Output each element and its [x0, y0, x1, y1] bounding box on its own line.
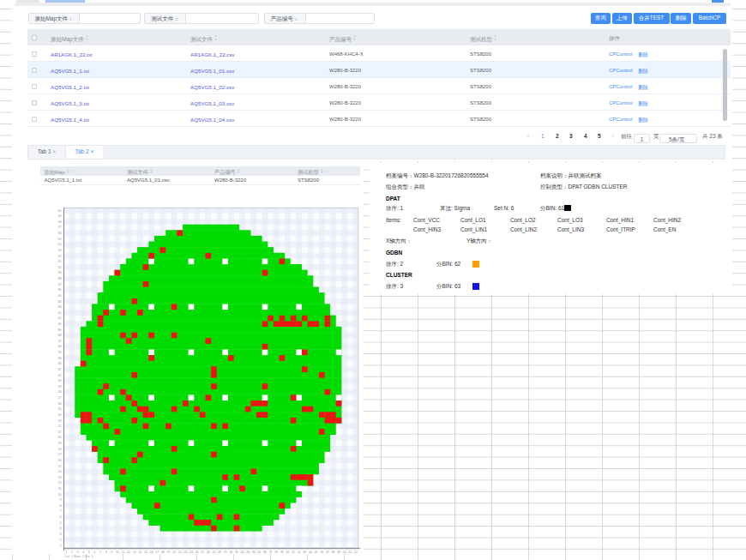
svg-text:41: 41	[292, 551, 295, 554]
svg-text:50: 50	[58, 266, 62, 269]
svg-text:28: 28	[218, 551, 221, 554]
svg-text:53: 53	[58, 249, 62, 252]
svg-text:48: 48	[58, 277, 62, 280]
svg-text:51: 51	[348, 551, 352, 554]
svg-text:59: 59	[58, 214, 62, 218]
svg-text:56: 56	[58, 232, 62, 235]
svg-text:29: 29	[224, 551, 227, 554]
svg-text:18: 18	[161, 551, 165, 554]
svg-text:49: 49	[58, 271, 62, 274]
svg-text:26: 26	[207, 551, 210, 554]
svg-text:18: 18	[58, 448, 62, 451]
svg-text:52: 52	[354, 551, 358, 554]
svg-text:37: 37	[269, 551, 273, 554]
svg-text:15: 15	[58, 465, 62, 468]
svg-text:3: 3	[77, 551, 79, 554]
svg-text:1: 1	[65, 551, 67, 554]
svg-text:60: 60	[58, 209, 62, 213]
svg-text:47: 47	[326, 551, 329, 554]
svg-text:40: 40	[58, 322, 62, 326]
svg-text:28: 28	[58, 390, 62, 394]
svg-text:23: 23	[190, 551, 193, 554]
svg-text:38: 38	[58, 334, 62, 337]
svg-text:44: 44	[58, 300, 62, 304]
svg-text:20: 20	[58, 436, 62, 439]
svg-text:5: 5	[60, 521, 62, 525]
svg-text:41: 41	[58, 316, 62, 320]
svg-text:Col: 1 Row: 1 Die: 1: Col: 1 Row: 1 Die: 1	[64, 555, 93, 558]
svg-text:17: 17	[58, 453, 62, 456]
svg-text:50: 50	[343, 551, 346, 554]
svg-text:15: 15	[144, 551, 147, 554]
svg-text:48: 48	[332, 551, 335, 554]
svg-text:57: 57	[58, 226, 62, 229]
svg-text:21: 21	[58, 431, 62, 434]
svg-text:47: 47	[58, 283, 62, 286]
svg-text:3: 3	[60, 533, 62, 536]
svg-text:42: 42	[298, 551, 301, 554]
svg-text:43: 43	[58, 305, 62, 309]
svg-text:40: 40	[286, 551, 290, 554]
svg-text:35: 35	[257, 551, 261, 554]
svg-text:19: 19	[167, 551, 171, 554]
svg-text:22: 22	[58, 425, 62, 428]
svg-text:46: 46	[58, 288, 62, 292]
svg-text:34: 34	[58, 357, 62, 360]
svg-text:4: 4	[82, 551, 84, 554]
svg-text:4: 4	[60, 527, 62, 530]
svg-text:8: 8	[60, 504, 62, 508]
svg-text:2: 2	[60, 539, 62, 542]
svg-text:16: 16	[150, 551, 153, 554]
svg-text:20: 20	[172, 551, 176, 554]
svg-text:46: 46	[320, 551, 323, 554]
svg-text:12: 12	[127, 551, 130, 554]
svg-text:39: 39	[280, 551, 284, 554]
svg-text:14: 14	[138, 551, 141, 554]
svg-text:54: 54	[58, 243, 62, 246]
svg-text:13: 13	[133, 551, 136, 554]
svg-text:30: 30	[229, 551, 232, 554]
svg-text:25: 25	[201, 551, 204, 554]
svg-text:42: 42	[58, 311, 62, 315]
svg-text:11: 11	[122, 551, 125, 554]
svg-text:5: 5	[88, 551, 90, 554]
svg-text:31: 31	[235, 551, 238, 554]
svg-text:13: 13	[58, 476, 62, 479]
svg-text:7: 7	[60, 509, 62, 513]
svg-text:45: 45	[58, 294, 62, 298]
svg-text:31: 31	[58, 374, 62, 377]
svg-text:44: 44	[309, 551, 312, 554]
svg-text:52: 52	[58, 255, 62, 258]
svg-text:9: 9	[111, 551, 112, 554]
svg-text:39: 39	[58, 328, 62, 332]
svg-text:8: 8	[105, 551, 107, 554]
svg-text:33: 33	[58, 362, 62, 365]
svg-text:55: 55	[58, 238, 62, 241]
svg-text:37: 37	[58, 340, 62, 343]
svg-text:2: 2	[71, 551, 73, 554]
svg-text:12: 12	[58, 481, 62, 485]
svg-text:6: 6	[60, 515, 62, 519]
svg-text:14: 14	[58, 470, 62, 473]
svg-text:19: 19	[58, 442, 62, 445]
svg-text:11: 11	[58, 487, 62, 491]
svg-text:45: 45	[315, 551, 318, 554]
svg-text:10: 10	[116, 551, 119, 554]
svg-text:22: 22	[183, 551, 187, 554]
svg-text:32: 32	[241, 551, 244, 554]
svg-text:36: 36	[58, 345, 62, 348]
svg-text:30: 30	[58, 379, 62, 382]
svg-text:38: 38	[274, 551, 278, 554]
svg-text:51: 51	[58, 260, 62, 263]
svg-text:35: 35	[58, 351, 62, 354]
svg-text:29: 29	[58, 385, 62, 388]
svg-text:6: 6	[93, 551, 95, 554]
svg-text:9: 9	[60, 498, 62, 502]
svg-text:23: 23	[58, 419, 62, 423]
svg-text:58: 58	[58, 220, 62, 224]
svg-text:36: 36	[263, 551, 267, 554]
svg-text:10: 10	[58, 493, 62, 497]
svg-text:16: 16	[58, 459, 62, 462]
svg-text:25: 25	[58, 407, 62, 411]
svg-text:24: 24	[58, 413, 62, 417]
